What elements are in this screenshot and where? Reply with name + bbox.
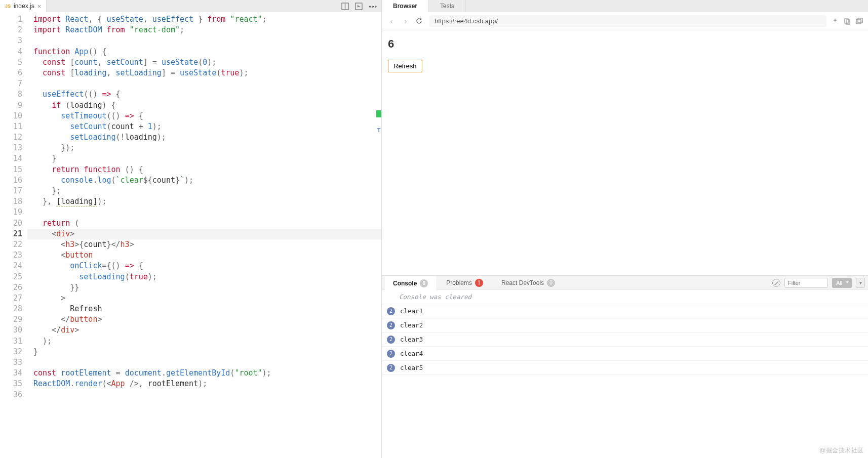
line-number: 24 [0,261,22,271]
console-entry[interactable]: 2clear5 [382,361,868,375]
editor-tab-indexjs[interactable]: JS index.js × [0,0,47,12]
line-number: 5 [0,57,22,68]
code-line: setCount(count + 1); [27,121,381,132]
url-tools [832,18,863,25]
watermark: @掘金技术社区 [819,446,864,455]
code-line: }, [loading]); [27,196,381,207]
editor-tab-label: index.js [14,3,34,10]
editor-toolbar: ••• [341,0,377,12]
console-entry[interactable]: 2clear3 [382,332,868,347]
code-line: > [27,293,381,304]
console-filter-input[interactable] [784,278,828,288]
panel-icon[interactable] [355,3,363,10]
line-number: 16 [0,175,22,186]
line-number: 13 [0,143,22,153]
line-number: 9 [0,100,22,111]
preview-pane: 6 Refresh [382,30,868,275]
refresh-button[interactable]: Refresh [388,60,422,72]
tab-react-devtools-label: React DevTools [501,279,544,286]
line-number: 8 [0,89,22,100]
console-entry[interactable]: 2clear2 [382,318,868,332]
url-input[interactable] [429,15,826,27]
line-number: 31 [0,336,22,347]
split-vertical-icon[interactable] [341,3,349,10]
line-number: 4 [0,47,22,57]
tab-tests[interactable]: Tests [429,0,466,12]
code-line [27,207,381,218]
code-line [27,35,381,46]
console-entry-text: clear2 [400,321,423,329]
editor-column: JS index.js × ••• 1234567891011121314151… [0,0,382,458]
code-line: </div> [27,325,381,336]
line-number: 26 [0,282,22,293]
console-entry-text: clear1 [400,307,423,315]
line-number: 29 [0,314,22,325]
tab-console-label: Console [393,280,417,287]
marker-t: T [376,127,381,134]
line-number: 27 [0,293,22,304]
nav-back-icon[interactable]: ‹ [387,17,396,25]
code-line: </button> [27,314,381,325]
devtools-panel: Console 0 Problems 1 React DevTools 0 [382,275,868,458]
line-number-gutter: 1234567891011121314151617181920212223242… [0,12,27,458]
code-line: console.log(`clear${count}`); [27,175,381,186]
tab-react-devtools[interactable]: React DevTools 0 [493,276,563,290]
line-number: 22 [0,239,22,250]
chevron-down-icon[interactable]: ▾ [856,278,865,288]
code-line: const [count, setCount] = useState(0); [27,57,381,68]
code-area[interactable]: import React, { useState, useEffect } fr… [27,12,381,458]
line-number: 35 [0,379,22,389]
code-line: setLoading(!loading); [27,132,381,143]
code-line: } [27,153,381,164]
close-icon[interactable]: × [37,3,42,10]
code-line: return ( [27,218,381,229]
console-entry-text: clear4 [400,350,423,357]
console-status-text: Console was cleared [387,293,471,301]
code-line: const [loading, setLoading] = useState(t… [27,68,381,78]
code-line: }; [27,186,381,196]
editor-body[interactable]: 1234567891011121314151617181920212223242… [0,12,381,458]
nav-forward-icon[interactable]: › [401,17,410,25]
line-number: 12 [0,132,22,143]
line-number: 25 [0,272,22,282]
code-line: const rootElement = document.getElementB… [27,368,381,379]
repeat-count-badge: 2 [387,350,395,358]
tab-problems[interactable]: Problems 1 [438,276,491,290]
code-line: onClick={() => { [27,261,381,271]
marker-green [376,110,381,117]
line-number: 2 [0,25,22,35]
code-line [27,357,381,368]
app-root: JS index.js × ••• 1234567891011121314151… [0,0,868,458]
code-line: setLoading(true); [27,272,381,282]
tab-browser[interactable]: Browser [382,0,429,12]
code-line [27,78,381,89]
right-tab-bar: Browser Tests [382,0,868,12]
console-level-select[interactable]: All [832,278,852,288]
reload-icon[interactable] [415,17,424,25]
repeat-count-badge: 2 [387,336,395,344]
code-line: <div> [27,229,381,239]
line-number: 6 [0,68,22,78]
line-number: 15 [0,164,22,175]
tab-console[interactable]: Console 0 [385,276,436,290]
code-line: }} [27,282,381,293]
line-number: 18 [0,196,22,207]
code-line: import ReactDOM from "react-dom"; [27,25,381,35]
console-entry[interactable]: 2clear1 [382,304,868,318]
js-icon: JS [5,4,11,9]
svg-marker-3 [358,5,360,8]
more-icon[interactable]: ••• [369,3,377,10]
repeat-count-badge: 2 [387,307,395,315]
line-number: 34 [0,368,22,379]
clear-console-icon[interactable] [772,279,780,287]
code-line: ReactDOM.render(<App />, rootElement); [27,379,381,389]
console-body[interactable]: Console was cleared 2clear12clear22clear… [382,290,868,458]
code-line: function App() { [27,47,381,57]
sparkle-icon[interactable] [832,18,839,25]
repeat-count-badge: 2 [387,321,395,329]
open-external-icon[interactable] [856,18,863,25]
code-line: } [27,347,381,357]
console-entry[interactable]: 2clear4 [382,347,868,361]
copy-icon[interactable] [844,18,851,25]
line-number: 11 [0,121,22,132]
